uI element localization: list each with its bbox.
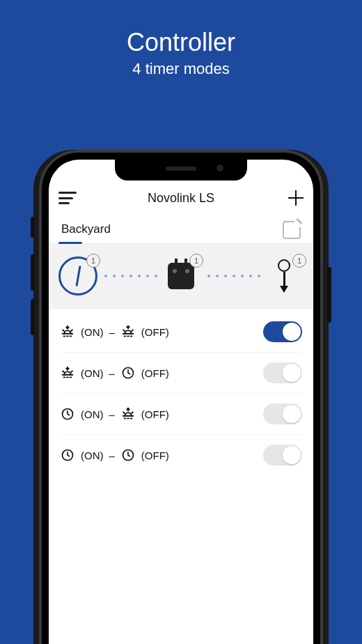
dash-text: – <box>109 367 115 379</box>
marketing-header: Controller 4 timer modes <box>0 28 362 78</box>
phone-notch <box>115 160 247 181</box>
mode-row: (ON)–(OFF) <box>60 353 302 394</box>
add-icon[interactable] <box>288 190 304 206</box>
sunrise-icon <box>120 324 136 339</box>
off-text: (OFF) <box>141 326 169 338</box>
clock-icon <box>60 447 75 463</box>
mode-toggle[interactable] <box>263 362 302 383</box>
device-badge: 1 <box>86 254 100 268</box>
mode-label: (ON)–(OFF) <box>60 324 169 339</box>
sunrise-icon <box>120 406 136 422</box>
hero-title: Controller <box>0 28 362 57</box>
phone-side-button <box>31 217 35 238</box>
tab-backyard[interactable]: Backyard <box>61 222 111 243</box>
device-ribbon: 1 1 1 <box>49 244 313 309</box>
on-text: (ON) <box>81 367 104 379</box>
mode-label: (ON)–(OFF) <box>60 365 169 381</box>
device-badge: 1 <box>292 254 306 268</box>
on-text: (ON) <box>81 408 104 420</box>
device-controller[interactable]: 1 <box>57 255 99 297</box>
dash-text: – <box>109 450 115 461</box>
phone-side-button <box>31 299 35 335</box>
hero-subtitle: 4 timer modes <box>0 60 362 78</box>
edit-icon[interactable] <box>283 221 301 239</box>
mode-row: (ON)–(OFF) <box>60 435 302 475</box>
sunset-icon <box>60 365 75 381</box>
phone-screen: Novolink LS Backyard 1 1 <box>49 160 313 644</box>
connector-dots <box>102 275 157 277</box>
dash-text: – <box>109 408 115 420</box>
device-transformer[interactable]: 1 <box>160 255 202 297</box>
tab-indicator <box>58 242 82 244</box>
phone-frame: Novolink LS Backyard 1 1 <box>39 150 323 644</box>
off-text: (OFF) <box>141 408 169 420</box>
clock-icon <box>120 447 136 463</box>
mode-row: (ON)–(OFF) <box>60 312 302 353</box>
dash-text: – <box>109 326 115 338</box>
connector-dots <box>205 275 260 277</box>
mode-label: (ON)–(OFF) <box>60 406 169 422</box>
mode-row: (ON)–(OFF) <box>60 394 302 435</box>
clock-icon <box>60 406 75 422</box>
phone-side-button <box>31 254 35 291</box>
app-title: Novolink LS <box>148 191 214 206</box>
off-text: (OFF) <box>141 367 169 379</box>
mode-toggle[interactable] <box>263 321 302 342</box>
on-text: (ON) <box>81 450 104 461</box>
mode-toggle[interactable] <box>263 404 302 424</box>
device-light[interactable]: 1 <box>263 255 305 297</box>
sunset-icon <box>60 324 75 339</box>
on-text: (ON) <box>81 326 104 338</box>
mode-toggle[interactable] <box>263 445 302 466</box>
clock-icon <box>120 365 136 381</box>
modes-list: (ON)–(OFF)(ON)–(OFF)(ON)–(OFF)(ON)–(OFF) <box>49 309 313 475</box>
off-text: (OFF) <box>141 450 169 461</box>
menu-icon[interactable] <box>58 192 77 204</box>
phone-side-button <box>327 267 331 323</box>
device-badge: 1 <box>189 254 203 268</box>
mode-label: (ON)–(OFF) <box>60 447 169 463</box>
tabs-row: Backyard <box>49 215 313 244</box>
app-bar: Novolink LS <box>49 181 313 215</box>
